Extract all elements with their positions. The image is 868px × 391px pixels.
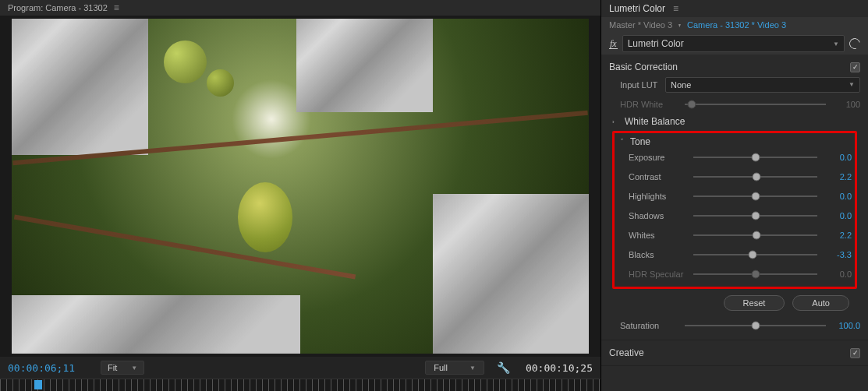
input-lut-row: Input LUT None ▼ (609, 75, 860, 94)
chevron-down-icon: ▼ (131, 365, 137, 372)
input-lut-label: Input LUT (620, 80, 665, 90)
contrast-label: Contrast (629, 172, 687, 181)
highlights-value[interactable]: 0.0 (824, 192, 852, 201)
whites-label: Whites (629, 231, 687, 240)
shadows-row: Shadows 0.0 (618, 206, 852, 225)
exposure-thumb[interactable] (751, 153, 760, 161)
whites-slider[interactable] (693, 234, 817, 236)
fx-row: fx Lumetri Color ▼ (601, 33, 868, 55)
lumetri-title: Lumetri Color (609, 3, 665, 14)
zoom-label: Full (434, 363, 448, 372)
chevron-down-icon: ▼ (833, 41, 839, 48)
basic-correction-label: Basic Correction (609, 62, 678, 72)
hdr-white-label: HDR White (620, 100, 678, 109)
timeline-ruler[interactable] (0, 379, 601, 391)
timecode-current[interactable]: 00:00:06;11 (8, 362, 75, 374)
whites-thumb[interactable] (753, 231, 761, 239)
whites-value[interactable]: 2.2 (824, 231, 852, 240)
master-clip-link[interactable]: Master * Video 3 (609, 20, 672, 30)
tone-label: Tone (630, 136, 650, 147)
hdr-white-thumb (688, 100, 696, 108)
reset-button[interactable]: Reset (724, 295, 785, 311)
white-balance-header[interactable]: › White Balance (609, 114, 860, 129)
white-balance-label: White Balance (625, 116, 685, 127)
input-lut-value: None (671, 80, 691, 90)
highlights-thumb[interactable] (751, 192, 760, 200)
exposure-label: Exposure (629, 153, 687, 162)
chevron-down-icon: ▼ (469, 365, 476, 372)
hdr-specular-label: HDR Specular (629, 269, 687, 279)
blacks-slider[interactable] (693, 254, 817, 255)
chevron-right-icon: › (612, 118, 620, 125)
chevron-down-icon: › (618, 138, 625, 146)
program-viewer (0, 16, 601, 357)
program-monitor-panel: Program: Camera - 31302 ≡ 00:00:06;11 Fi… (0, 0, 601, 391)
tone-header[interactable]: › Tone (618, 136, 852, 147)
blacks-value[interactable]: -3.3 (824, 250, 852, 259)
fruit-1 (164, 41, 207, 83)
hdr-specular-slider (693, 273, 817, 275)
fruit-2 (207, 69, 234, 97)
exposure-slider[interactable] (693, 157, 817, 158)
saturation-slider[interactable] (685, 325, 826, 326)
blacks-label: Blacks (629, 250, 687, 259)
creative-label: Creative (609, 347, 644, 358)
blacks-thumb[interactable] (749, 250, 757, 259)
master-breadcrumb: Master * Video 3 ▼ Camera - 31302 * Vide… (601, 17, 868, 33)
hdr-specular-row: HDR Specular 0.0 (618, 264, 852, 284)
branch-2 (14, 214, 356, 279)
transport-bar: 00:00:06;11 Fit ▼ Full ▼ 🔧 00:00:10;25 (0, 357, 601, 379)
exposure-row: Exposure 0.0 (618, 147, 852, 167)
active-clip-link[interactable]: Camera - 31302 * Video 3 (687, 20, 786, 30)
playhead[interactable] (34, 380, 42, 389)
reset-effect-icon[interactable] (847, 36, 862, 51)
overlay-texture-4 (12, 295, 300, 354)
creative-header[interactable]: Creative ✓ (609, 345, 860, 361)
highlights-row: Highlights 0.0 (618, 186, 852, 206)
hdr-white-value: 100 (832, 100, 860, 109)
shadows-slider[interactable] (693, 215, 817, 217)
program-menu-icon[interactable]: ≡ (114, 2, 119, 13)
blacks-row: Blacks -3.3 (618, 245, 852, 264)
lumetri-color-panel: Lumetri Color ≡ Master * Video 3 ▼ Camer… (601, 0, 868, 391)
basic-correction-section: Basic Correction ✓ Input LUT None ▼ HDR … (601, 55, 868, 340)
hdr-specular-value: 0.0 (824, 269, 852, 279)
highlights-slider[interactable] (693, 196, 817, 197)
basic-correction-toggle[interactable]: ✓ (850, 62, 860, 72)
fx-select[interactable]: Lumetri Color ▼ (622, 35, 845, 52)
overlay-texture-2 (296, 19, 433, 112)
creative-toggle[interactable]: ✓ (850, 348, 860, 358)
lumetri-header: Lumetri Color ≡ (601, 0, 868, 17)
hdr-white-row: HDR White 100 (609, 94, 860, 114)
timecode-duration: 00:00:10;25 (526, 362, 593, 374)
shadows-value[interactable]: 0.0 (824, 211, 852, 220)
exposure-value[interactable]: 0.0 (824, 153, 852, 162)
contrast-thumb[interactable] (753, 172, 761, 181)
bird-subject (238, 182, 292, 252)
program-header: Program: Camera - 31302 ≡ (0, 0, 601, 16)
auto-button[interactable]: Auto (792, 295, 849, 311)
viewer-canvas[interactable] (12, 19, 589, 354)
saturation-value[interactable]: 100.0 (832, 321, 860, 330)
zoom-dropdown[interactable]: Full ▼ (425, 361, 484, 375)
hdr-white-slider (685, 104, 826, 105)
overlay-texture-3 (433, 194, 589, 354)
contrast-value[interactable]: 2.2 (824, 172, 852, 181)
shadows-thumb[interactable] (751, 211, 760, 220)
contrast-slider[interactable] (693, 176, 817, 178)
overlay-texture-1 (12, 19, 148, 155)
ruler-ticks (0, 379, 601, 391)
panel-menu-icon[interactable]: ≡ (673, 3, 678, 14)
hdr-specular-thumb (751, 269, 760, 278)
basic-correction-header[interactable]: Basic Correction ✓ (609, 59, 860, 75)
saturation-label: Saturation (620, 321, 678, 330)
wrench-icon[interactable]: 🔧 (497, 361, 510, 374)
fit-dropdown[interactable]: Fit ▼ (101, 361, 144, 375)
program-title: Program: Camera - 31302 (8, 3, 108, 12)
contrast-row: Contrast 2.2 (618, 167, 852, 186)
input-lut-select[interactable]: None ▼ (665, 77, 860, 93)
chevron-down-icon: ▼ (849, 81, 855, 88)
saturation-thumb[interactable] (751, 321, 760, 329)
creative-section: Creative ✓ (601, 340, 868, 366)
fx-icon[interactable]: fx (609, 39, 618, 49)
